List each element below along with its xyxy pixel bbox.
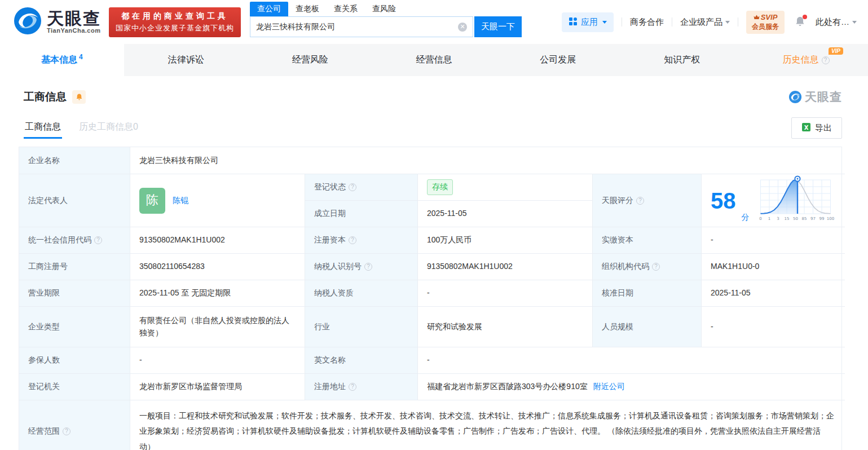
- notification-bell-icon[interactable]: [795, 16, 805, 29]
- subscribe-bell-icon[interactable]: [72, 90, 86, 104]
- legal-rep-name-link[interactable]: 陈锟: [173, 195, 188, 207]
- watermark-logo: 天眼查: [788, 89, 842, 105]
- main-content: 工商信息 天眼查 工商信息 历史工商信息0 X: [0, 89, 868, 450]
- field-label-registration-status: 登记状态 ?: [305, 174, 418, 201]
- vip-badge: VIP: [829, 47, 843, 55]
- svg-text:3: 3: [777, 217, 779, 221]
- tab-history-info-label: 历史信息: [783, 54, 819, 66]
- subtab-business-info[interactable]: 工商信息: [24, 118, 62, 139]
- chevron-down-icon: [725, 21, 730, 24]
- svg-text:100: 100: [826, 217, 834, 221]
- tab-history-info[interactable]: VIP 历史信息 ?: [744, 44, 868, 76]
- apps-grid-icon: [569, 17, 578, 28]
- field-value-registration-authority: 龙岩市新罗区市场监督管理局: [130, 374, 305, 400]
- apps-menu[interactable]: 应用: [562, 12, 614, 32]
- field-value-staff-size: -: [702, 307, 845, 347]
- legal-rep-avatar[interactable]: 陈: [139, 188, 165, 214]
- field-label-business-term: 营业期限: [19, 280, 130, 307]
- field-value-taxpayer-quality: -: [418, 280, 593, 307]
- help-icon[interactable]: ?: [822, 56, 830, 64]
- tab-basic-info[interactable]: 基本信息 4: [0, 44, 124, 76]
- search-input[interactable]: [256, 23, 458, 32]
- menu-enterprise[interactable]: 企业级产品: [680, 17, 730, 28]
- help-icon[interactable]: ?: [652, 263, 660, 271]
- svg-text:99: 99: [819, 217, 824, 221]
- business-info-table: 企业名称 龙岩三快科技有限公司 法定代表人 陈 陈锟 登记状态 ? 存续 成立日…: [19, 147, 842, 450]
- nearby-companies-link[interactable]: 附近公司: [593, 381, 625, 393]
- field-label-taxpayer-id: 纳税人识别号 ?: [305, 254, 418, 280]
- field-label-establish-date: 成立日期: [305, 201, 418, 227]
- promo-line1: 都在用的商业查询工具: [116, 11, 234, 21]
- score-unit: 分: [742, 211, 750, 224]
- tab-operation-info[interactable]: 经营信息: [372, 44, 496, 76]
- field-label-registered-capital: 注册资本 ?: [305, 227, 418, 254]
- clear-search-icon[interactable]: ✕: [458, 23, 467, 32]
- help-icon[interactable]: ?: [364, 263, 372, 271]
- help-icon[interactable]: ?: [349, 236, 356, 244]
- field-label-tyc-score: 天眼评分 ?: [593, 174, 702, 227]
- search-button[interactable]: 天眼一下: [474, 16, 522, 37]
- tab-company-development[interactable]: 公司发展: [496, 44, 620, 76]
- registered-address-label: 注册地址: [314, 381, 346, 393]
- field-label-registration-number: 工商注册号: [19, 254, 130, 280]
- registered-capital-label: 注册资本: [314, 234, 346, 246]
- field-value-paid-capital: -: [702, 227, 845, 254]
- help-icon[interactable]: ?: [94, 236, 102, 244]
- menu-cooperation[interactable]: 商务合作: [630, 17, 664, 28]
- field-value-credit-code: 91350802MAK1H1U002: [130, 227, 305, 254]
- status-badge: 存续: [427, 179, 453, 195]
- export-button[interactable]: X 导出: [791, 117, 842, 139]
- tab-basic-info-count: 4: [79, 53, 83, 61]
- svip-sub-label: 会员服务: [752, 22, 779, 32]
- field-label-business-scope: 经营范围 ?: [19, 400, 130, 450]
- help-icon[interactable]: ?: [63, 427, 71, 435]
- top-header: 天眼查 TianYanCha.com 都在用的商业查询工具 国家中小企业发展子基…: [0, 0, 868, 44]
- help-icon[interactable]: ?: [349, 183, 356, 191]
- tab-intellectual-property[interactable]: 知识产权: [620, 44, 744, 76]
- field-value-taxpayer-id: 91350802MAK1H1U002: [418, 254, 593, 280]
- logo-title: 天眼查: [47, 10, 101, 27]
- field-label-registered-address: 注册地址 ?: [305, 374, 418, 400]
- field-label-org-code: 组织机构代码 ?: [593, 254, 702, 280]
- promo-line2: 国家中小企业发展子基金旗下机构: [116, 23, 234, 33]
- field-label-staff-size: 人员规模: [593, 307, 702, 347]
- search-tab-risk[interactable]: 查风险: [365, 2, 403, 16]
- divider: [672, 17, 672, 27]
- field-label-paid-capital: 实缴资本: [593, 227, 702, 254]
- menu-more[interactable]: 此处有…: [816, 17, 857, 28]
- field-value-insured-count: -: [130, 347, 305, 374]
- credit-code-label: 统一社会信用代码: [28, 234, 91, 246]
- tianyancha-logo[interactable]: 天眼查 TianYanCha.com: [13, 6, 101, 38]
- crown-icon: [754, 13, 760, 21]
- search-area: 查公司 查老板 查关系 查风险 ✕ 天眼一下: [250, 2, 522, 37]
- field-label-company-type: 企业类型: [19, 307, 130, 347]
- field-value-legal-representative: 陈 陈锟: [130, 174, 305, 227]
- svg-text:85: 85: [801, 217, 807, 221]
- field-value-registered-address: 福建省龙岩市新罗区西陂路303号办公楼910室 附近公司: [418, 374, 845, 400]
- excel-icon: X: [801, 122, 811, 134]
- tab-legal[interactable]: 法律诉讼: [124, 44, 248, 76]
- svip-membership-button[interactable]: SVIP 会员服务: [746, 11, 785, 34]
- tianyancha-swirl-icon: [13, 6, 42, 38]
- field-label-taxpayer-quality: 纳税人资质: [305, 280, 418, 307]
- field-value-tyc-score: 58 分: [702, 174, 845, 227]
- help-icon[interactable]: ?: [349, 383, 356, 391]
- score-distribution-chart: 0131550859799100: [755, 174, 836, 227]
- promo-banner: 都在用的商业查询工具 国家中小企业发展子基金旗下机构: [109, 7, 241, 37]
- section-title: 工商信息: [24, 90, 67, 104]
- search-box: ✕: [250, 16, 473, 37]
- menu-more-label: 此处有…: [816, 17, 849, 28]
- field-value-company-name: 龙岩三快科技有限公司: [130, 147, 845, 174]
- subtab-history-business-info[interactable]: 历史工商信息0: [78, 118, 139, 139]
- field-value-industry: 研究和试验发展: [418, 307, 593, 347]
- notification-dot: [803, 15, 807, 19]
- search-tab-relation[interactable]: 查关系: [327, 2, 365, 16]
- search-tab-company[interactable]: 查公司: [250, 2, 288, 16]
- menu-enterprise-label: 企业级产品: [680, 17, 722, 28]
- divider: [738, 17, 738, 27]
- business-scope-label: 经营范围: [28, 425, 60, 438]
- tab-business-risk[interactable]: 经营风险: [248, 44, 372, 76]
- header-menu: 应用 商务合作 企业级产品 SVIP 会员服务: [562, 11, 857, 34]
- search-tab-boss[interactable]: 查老板: [288, 2, 327, 16]
- help-icon[interactable]: ?: [636, 197, 644, 205]
